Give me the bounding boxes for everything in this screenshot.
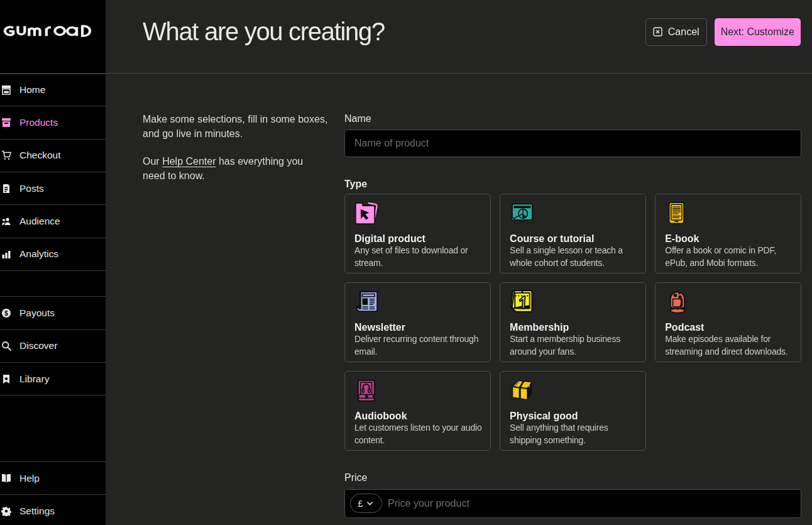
svg-text:$: $ bbox=[4, 309, 8, 317]
